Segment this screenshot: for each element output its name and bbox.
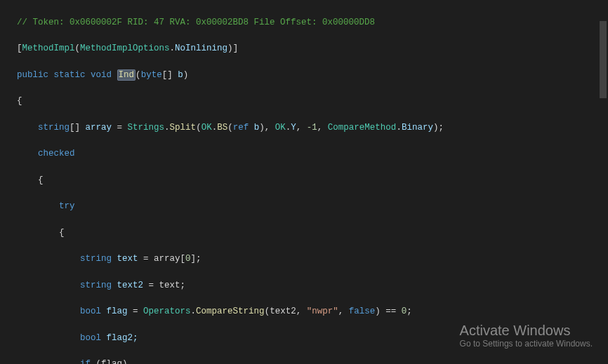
attr-open: [: [17, 43, 22, 53]
attr-enum-type: MethodImplOptions: [80, 43, 170, 53]
call-split: Split: [170, 123, 197, 133]
attr-enum-val: NoInlining: [175, 43, 227, 53]
code-editor[interactable]: // Token: 0x0600002F RID: 47 RVA: 0x0000…: [0, 0, 608, 364]
kw-public: public: [17, 70, 48, 80]
param-b: b: [173, 70, 183, 80]
kw-static: static: [54, 70, 86, 80]
kw-checked: checked: [38, 149, 75, 159]
type-string-arr: string: [38, 123, 70, 133]
vertical-scrollbar[interactable]: [598, 0, 608, 364]
method-name-highlight: Ind: [117, 69, 136, 81]
brace-open: {: [17, 96, 22, 106]
call-comparestring: CompareString: [196, 306, 265, 316]
kw-void: void: [91, 70, 112, 80]
scrollbar-thumb[interactable]: [600, 21, 607, 98]
attr-name: MethodImpl: [22, 43, 75, 53]
comment-token: // Token: 0x0600002F RID: 47 RVA: 0x0000…: [17, 18, 375, 27]
kw-try: try: [59, 201, 75, 211]
type-byte: byte: [141, 70, 162, 80]
str-nwpr: "nwpr": [307, 306, 338, 316]
kw-if: if: [80, 359, 91, 364]
